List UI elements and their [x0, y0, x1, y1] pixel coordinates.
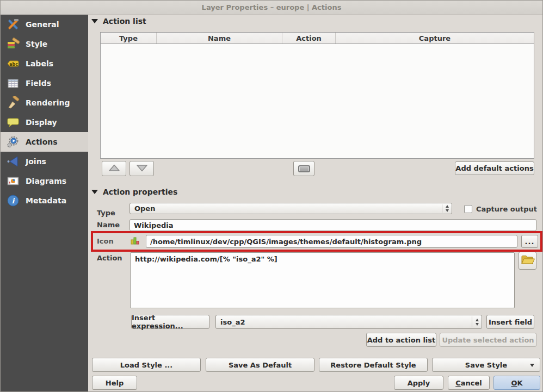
save-as-default-button[interactable]: Save As Default	[206, 358, 314, 372]
joins-icon	[7, 155, 20, 168]
spinner-arrows-icon[interactable]	[442, 204, 452, 213]
sidebar-item-general[interactable]: General	[1, 15, 88, 34]
name-label: Name	[97, 221, 120, 229]
sidebar-item-label: Style	[26, 40, 47, 48]
diagrams-chart-icon	[7, 175, 20, 188]
move-down-button[interactable]	[129, 161, 154, 176]
move-up-button[interactable]	[102, 161, 126, 176]
save-style-label: Save Style	[465, 361, 507, 369]
spinner-arrows-icon[interactable]	[472, 316, 482, 327]
cancel-label: Cancel	[455, 379, 482, 387]
dropdown-arrow-icon	[530, 364, 534, 367]
fields-table-icon	[7, 77, 20, 90]
sidebar-item-label: Actions	[26, 138, 58, 146]
collapse-arrow-icon	[91, 19, 98, 23]
ok-button[interactable]: OK	[493, 376, 540, 390]
help-button[interactable]: Help	[92, 376, 137, 390]
up-triangle-icon	[108, 164, 120, 173]
browse-action-file-button[interactable]	[519, 252, 536, 270]
selected-field-value: iso_a2	[220, 318, 245, 326]
capture-output-label: Capture output	[476, 205, 537, 213]
restore-default-style-button[interactable]: Restore Default Style	[319, 358, 428, 372]
sidebar-item-label: Metadata	[26, 196, 66, 205]
sidebar-item-label: Diagrams	[26, 177, 66, 185]
action-name-input[interactable]	[129, 219, 536, 231]
icon-label: Icon	[97, 237, 114, 245]
sidebar-item-metadata[interactable]: i Metadata	[1, 191, 88, 210]
actions-gear-icon	[7, 135, 20, 148]
remove-slot-icon	[298, 165, 310, 172]
metadata-info-icon: i	[7, 194, 20, 207]
action-properties-section-header[interactable]: Action properties	[91, 188, 177, 196]
remove-action-button[interactable]	[293, 161, 314, 176]
add-default-actions-button[interactable]: Add default actions	[455, 161, 534, 175]
apply-button[interactable]: Apply	[394, 376, 443, 390]
save-style-button[interactable]: Save Style	[432, 358, 540, 372]
section-title: Action properties	[103, 188, 177, 196]
histogram-bars-icon	[131, 236, 140, 247]
insert-expression-button[interactable]: Insert expression...	[131, 315, 209, 329]
browse-icon-button[interactable]: ...	[521, 235, 538, 248]
style-paintbrush-icon	[7, 38, 20, 51]
field-dropdown[interactable]: iso_a2	[215, 315, 482, 329]
ok-label: OK	[511, 379, 522, 387]
sidebar-item-style[interactable]: Style	[1, 34, 88, 54]
sidebar-item-label: General	[26, 20, 59, 29]
action-list-table[interactable]: Type Name Action Capture	[100, 32, 534, 159]
properties-sidebar: General Style abc Labels Fields Renderin…	[1, 15, 88, 391]
down-triangle-icon	[136, 164, 148, 173]
sidebar-item-fields[interactable]: Fields	[1, 73, 88, 93]
insert-field-button[interactable]: Insert field	[486, 315, 534, 329]
column-header-action[interactable]: Action	[282, 33, 335, 43]
display-bubble-icon	[7, 116, 20, 129]
capture-output-checkbox[interactable]	[464, 205, 472, 213]
type-label: Type	[97, 209, 115, 217]
collapse-arrow-icon	[91, 190, 98, 194]
selected-type-value: Open	[134, 204, 155, 213]
sidebar-item-display[interactable]: Display	[1, 113, 88, 132]
layer-properties-dialog: Layer Properties – europe | Actions Gene…	[0, 0, 543, 392]
cancel-button[interactable]: Cancel	[448, 376, 490, 390]
action-text-area[interactable]: http://wikipedia.com/[% "iso_a2" %]	[130, 252, 515, 308]
labels-abc-icon: abc	[7, 57, 20, 70]
icon-path-input[interactable]	[146, 235, 517, 248]
rendering-brush-icon	[7, 96, 20, 109]
general-tools-icon	[7, 18, 20, 31]
window-titlebar[interactable]: Layer Properties – europe | Actions	[1, 1, 542, 15]
update-selected-action-button[interactable]: Update selected action	[440, 333, 536, 347]
add-to-action-list-button[interactable]: Add to action list	[366, 333, 436, 347]
sidebar-item-label: Rendering	[26, 98, 70, 107]
svg-text:abc: abc	[9, 62, 18, 67]
open-folder-icon	[521, 254, 535, 267]
sidebar-item-diagrams[interactable]: Diagrams	[1, 171, 88, 191]
section-title: Action list	[103, 17, 146, 26]
action-type-dropdown[interactable]: Open	[129, 203, 452, 214]
action-label: Action	[97, 254, 122, 262]
window-title: Layer Properties – europe | Actions	[202, 3, 342, 11]
sidebar-item-label: Fields	[26, 79, 51, 88]
sidebar-item-label: Display	[26, 118, 57, 127]
column-header-name[interactable]: Name	[156, 33, 282, 43]
sidebar-item-label: Labels	[26, 59, 53, 68]
action-list-section-header[interactable]: Action list	[91, 17, 146, 26]
sidebar-item-labels[interactable]: abc Labels	[1, 54, 88, 73]
sidebar-item-actions[interactable]: Actions	[1, 132, 88, 152]
sidebar-item-joins[interactable]: Joins	[1, 152, 88, 171]
column-header-capture[interactable]: Capture	[335, 33, 534, 43]
column-header-type[interactable]: Type	[101, 33, 156, 43]
load-style-button[interactable]: Load Style ...	[92, 358, 201, 372]
action-table-header-row: Type Name Action Capture	[101, 33, 534, 44]
sidebar-item-label: Joins	[26, 157, 46, 166]
sidebar-item-rendering[interactable]: Rendering	[1, 93, 88, 113]
